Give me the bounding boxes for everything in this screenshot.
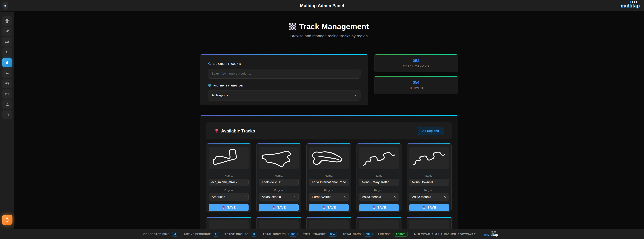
region-filter-select[interactable]: All Regions (208, 90, 360, 101)
status-label: LICENSE: (378, 232, 392, 235)
track-region-value: Asia/Oceania (362, 195, 381, 199)
status-connected-sims: CONNECTED SIMS: 4 (143, 232, 178, 236)
mail-icon (5, 92, 10, 96)
sidebar-item-tracks[interactable] (2, 58, 12, 67)
track-map-image (409, 147, 449, 169)
sidebar-item-cars[interactable] (2, 68, 12, 78)
track-name-input[interactable] (259, 179, 299, 186)
chevron-down-icon (244, 195, 246, 197)
sidebar-item-drivers[interactable] (2, 48, 12, 57)
track-region-select[interactable]: Asia/Oceania (409, 193, 449, 201)
sync-button[interactable] (2, 214, 12, 225)
filter-section-label: FILTER BY REGION (208, 83, 360, 87)
filter-label-text: FILTER BY REGION (214, 84, 244, 87)
stats-column: 354 TOTAL TRACKS 354 SHOWING (374, 54, 458, 105)
stat-value: 354 (413, 80, 420, 85)
sidebar-item-settings[interactable] (2, 79, 12, 88)
track-name-input[interactable] (309, 179, 349, 186)
track-region-select[interactable]: Europe/Africa (309, 193, 349, 201)
stopwatch-icon (5, 112, 10, 117)
app-title: Multitap Admin Panel (0, 0, 644, 12)
car-icon (5, 71, 10, 75)
track-map-image (259, 147, 299, 169)
stat-label: TOTAL TRACKS (403, 65, 430, 68)
floppy-disk-icon (372, 206, 376, 209)
sidebar-item-sessions[interactable] (2, 110, 12, 119)
region-filter-value: All Regions (212, 94, 228, 97)
track-map-image (359, 147, 399, 169)
tracks-panel-header: Available Tracks All Regions (206, 122, 452, 139)
chevron-down-icon (444, 195, 446, 197)
save-label: SAVE (327, 206, 336, 209)
main-content: Track Management Browse and manage racin… (200, 12, 458, 237)
stats-icon (5, 102, 10, 107)
track-grid: Name: Region: Americas SAVE Name: (206, 143, 452, 237)
brand-dots-icon (630, 1, 637, 3)
sidebar-item-messages[interactable] (2, 89, 12, 99)
track-card: Name: Region: Asia/Oceania SAVE (406, 143, 452, 211)
region-label: Region: (374, 188, 384, 192)
floppy-disk-icon (422, 206, 426, 209)
region-label: Region: (324, 188, 334, 192)
track-map-image (209, 147, 248, 169)
stat-card-showing: 354 SHOWING (374, 76, 458, 94)
status-value-badge: 632 (364, 232, 372, 236)
floppy-disk-icon (222, 206, 225, 209)
save-button[interactable]: SAVE (209, 204, 248, 211)
trophy-icon (5, 19, 10, 23)
track-region-value: Asia/Oceania (262, 195, 281, 199)
track-region-value: Europe/Africa (312, 195, 331, 199)
track-region-select[interactable]: Asia/Oceania (259, 193, 299, 201)
search-card: SEARCH TRACKS FILTER BY REGION All Regio… (200, 54, 368, 105)
sidebar-item-stats[interactable] (2, 100, 12, 109)
status-total-drivers: TOTAL DRIVERS: 266 (263, 232, 297, 236)
track-region-select[interactable]: Americas (209, 193, 248, 201)
chevron-down-icon (294, 195, 296, 197)
chevron-down-icon (344, 195, 346, 197)
status-label: CONNECTED SIMS: (143, 232, 170, 235)
stat-label: SHOWING (408, 86, 425, 90)
search-icon (208, 62, 212, 66)
save-button[interactable]: SAVE (359, 204, 399, 211)
sidebar-nav (0, 12, 14, 119)
track-name-input[interactable] (209, 179, 248, 186)
status-active-groups: ACTIVE GROUPS: 0 (224, 232, 257, 236)
sidebar (0, 12, 14, 239)
chevron-down-icon (354, 94, 357, 96)
page-header: Track Management Browse and manage racin… (200, 22, 458, 38)
track-name-input[interactable] (409, 179, 449, 186)
search-input[interactable] (208, 69, 360, 79)
save-button[interactable]: SAVE (309, 204, 349, 211)
sidebar-item-tournaments[interactable] (2, 16, 12, 26)
status-label: TOTAL CARS: (342, 232, 362, 235)
track-card: Name: Region: Asia/Oceania SAVE (256, 143, 301, 211)
rocket-icon (5, 29, 10, 34)
license-status-badge: ACTIVE (394, 232, 408, 236)
status-total-tracks: TOTAL TRACKS: 354 (303, 232, 337, 236)
track-region-value: Asia/Oceania (412, 195, 431, 199)
gear-icon (5, 81, 10, 86)
save-button[interactable]: SAVE (259, 204, 299, 211)
name-label: Name: (325, 174, 333, 177)
page-subtitle: Browse and manage racing tracks by regio… (200, 34, 458, 38)
page-title: Track Management (299, 22, 369, 31)
brand-name: multitap (484, 233, 498, 237)
status-license: LICENSE: ACTIVE (378, 232, 408, 236)
globe-icon (208, 83, 212, 87)
status-value-badge: 0 (213, 232, 219, 236)
save-button[interactable]: SAVE (409, 204, 449, 211)
sidebar-item-launcher[interactable] (2, 27, 12, 36)
save-label: SAVE (227, 206, 236, 209)
save-label: SAVE (428, 206, 436, 209)
search-section-label: SEARCH TRACKS (208, 62, 360, 66)
footer-brand-logo: multitap (484, 231, 498, 236)
region-filter-badge[interactable]: All Regions (418, 127, 444, 135)
search-label-text: SEARCH TRACKS (214, 62, 241, 66)
groups-icon (5, 40, 10, 44)
status-total-cars: TOTAL CARS: 632 (342, 232, 372, 236)
track-region-select[interactable]: Asia/Oceania (359, 193, 399, 201)
status-active-sessions: ACTIVE SESSIONS: 0 (184, 232, 219, 236)
track-name-input[interactable] (359, 179, 399, 186)
sidebar-item-groups[interactable] (2, 37, 12, 47)
chevron-down-icon (394, 195, 396, 197)
